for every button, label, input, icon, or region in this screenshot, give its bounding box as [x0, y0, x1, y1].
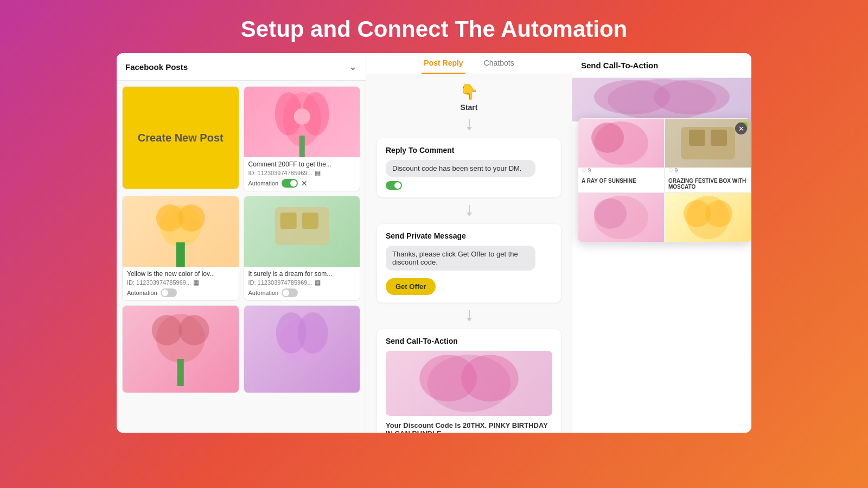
popup-grid: ♡ 9 A RAY OF SUNSHINE S ♡ 9 GRAZING FE [578, 118, 751, 242]
send-cta-card: Send Call-To-Action Your Discount Code I… [377, 329, 561, 433]
reply-to-comment-card: Reply To Comment Discount code has been … [377, 138, 561, 197]
post-id-3: ID: 1123039747859​69... ▦ [127, 279, 234, 286]
arrow-connector-3 [467, 310, 472, 322]
post-image-6 [244, 306, 360, 393]
post-card-6[interactable] [244, 305, 361, 393]
left-panel: Facebook Posts ⌄ Create New Post [117, 53, 366, 433]
svg-point-31 [594, 198, 627, 229]
popup-close-button[interactable]: ✕ [735, 123, 747, 134]
copy-icon-3[interactable]: ▦ [193, 279, 199, 286]
svg-point-7 [178, 204, 205, 232]
close-icon-2[interactable]: ✕ [301, 179, 308, 188]
copy-icon-4[interactable]: ▦ [315, 279, 321, 286]
popup-item-4[interactable] [665, 192, 751, 242]
svg-point-18 [297, 312, 328, 354]
svg-point-24 [654, 80, 730, 114]
posts-grid: Create New Post Comment 200FF to get the… [117, 81, 366, 399]
popup-item-label-1: A RAY OF SUNSHINE [578, 176, 664, 186]
post-automation-4: Automation [248, 288, 356, 297]
popup-item-image-4 [665, 193, 751, 242]
post-card-info-4: It surely is a dream for som... ID: 1123… [244, 267, 360, 300]
popup-item-image-1 [578, 119, 664, 168]
facebook-posts-title: Facebook Posts [125, 62, 188, 72]
get-offer-button[interactable]: Get Offer [386, 278, 436, 295]
left-panel-header: Facebook Posts ⌄ [117, 53, 366, 81]
cta-text: Your Discount Code Is 20THX. PINKY BIRTH… [386, 421, 552, 433]
svg-rect-28 [689, 130, 705, 146]
svg-point-13 [152, 315, 182, 345]
svg-rect-4 [299, 136, 304, 157]
popup-item-count-1: ♡ 9 [578, 168, 664, 176]
svg-rect-10 [280, 213, 296, 229]
svg-point-21 [461, 355, 519, 401]
post-card-info-2: Comment 200FF to get the... ID: 11230397… [244, 157, 360, 191]
svg-rect-15 [177, 359, 184, 386]
automation-toggle-2[interactable] [282, 179, 298, 188]
create-new-post-card[interactable]: Create New Post [122, 86, 239, 189]
post-card-4[interactable]: It surely is a dream for som... ID: 1123… [244, 196, 361, 301]
post-comment-4: It surely is a dream for som... [248, 270, 356, 278]
post-image-2 [244, 87, 360, 157]
svg-point-3 [293, 108, 310, 125]
right-panel-image [572, 78, 751, 121]
start-label: Start [461, 103, 478, 112]
post-card-info-3: Yellow is the new color of lov... ID: 11… [123, 267, 239, 300]
right-panel-header: Send Call-To-Action [572, 53, 751, 78]
post-card-3[interactable]: Yellow is the new color of lov... ID: 11… [122, 196, 239, 301]
chevron-down-icon[interactable]: ⌄ [349, 61, 357, 73]
start-emoji: 👇 [459, 83, 478, 101]
arrow-connector-1 [467, 119, 472, 131]
product-picker-popup: ✕ ♡ 9 A RAY OF SUNSHINE [578, 118, 751, 242]
svg-rect-29 [711, 130, 727, 146]
post-id-2: ID: 1123039747859​69... ▦ [248, 169, 356, 177]
cta-image [386, 351, 552, 416]
post-card-2[interactable]: Comment 200FF to get the... ID: 11230397… [244, 86, 361, 191]
post-comment-3: Yellow is the new color of lov... [127, 270, 234, 278]
send-private-message-title: Send Private Message [386, 232, 552, 240]
create-new-label: Create New Post [138, 132, 224, 144]
tab-chatbots[interactable]: Chatbots [482, 53, 516, 74]
popup-item-image-3 [578, 193, 664, 242]
automation-toggle-3[interactable] [161, 288, 177, 297]
post-card-5[interactable] [122, 305, 239, 393]
post-automation-2: Automation ✕ [248, 179, 356, 188]
send-private-message-card: Send Private Message Thanks, please clic… [377, 224, 561, 303]
svg-rect-8 [176, 242, 185, 267]
copy-icon-2[interactable]: ▦ [315, 169, 321, 177]
popup-item-count-2: ♡ 9 [665, 168, 751, 176]
svg-point-34 [705, 200, 732, 227]
tab-post-reply[interactable]: Post Reply [422, 53, 465, 74]
svg-rect-11 [302, 213, 318, 229]
post-image-5 [123, 306, 239, 393]
post-comment-2: Comment 200FF to get the... [248, 160, 356, 168]
arrow-connector-2 [467, 205, 472, 216]
svg-point-26 [591, 123, 624, 153]
post-automation-3: Automation [127, 288, 234, 297]
right-panel: Send Call-To-Action Your Discount Code I… [572, 53, 751, 433]
svg-point-14 [179, 315, 209, 345]
post-image-4 [244, 196, 360, 267]
flow-area: 👇 Start Reply To Comment Discount code h… [366, 74, 572, 433]
start-node: 👇 Start [459, 83, 478, 112]
reply-toggle[interactable] [386, 181, 402, 190]
popup-item-1[interactable]: ♡ 9 A RAY OF SUNSHINE [578, 118, 665, 192]
reply-to-comment-title: Reply To Comment [386, 146, 552, 155]
send-cta-title: Send Call-To-Action [386, 337, 552, 345]
tabs-bar: Post Reply Chatbots [366, 53, 572, 74]
automation-toggle-4[interactable] [282, 288, 298, 297]
popup-item-3[interactable] [578, 192, 665, 242]
page-title: Setup and Connect The Automation [0, 16, 868, 42]
reply-toggle-row [386, 181, 552, 190]
middle-panel: Post Reply Chatbots 👇 Start Reply To Com… [366, 53, 572, 433]
private-message-bubble: Thanks, please click Get Offer to get th… [386, 246, 535, 271]
popup-item-label-2: GRAZING FESTIVE BOX WITH MOSCATO [665, 176, 751, 192]
main-container: Facebook Posts ⌄ Create New Post [117, 53, 751, 433]
post-id-4: ID: 1123039747859​69... ▦ [248, 279, 356, 286]
post-image-3 [123, 196, 239, 267]
reply-to-comment-message: Discount code has been sent to your DM. [386, 160, 535, 177]
